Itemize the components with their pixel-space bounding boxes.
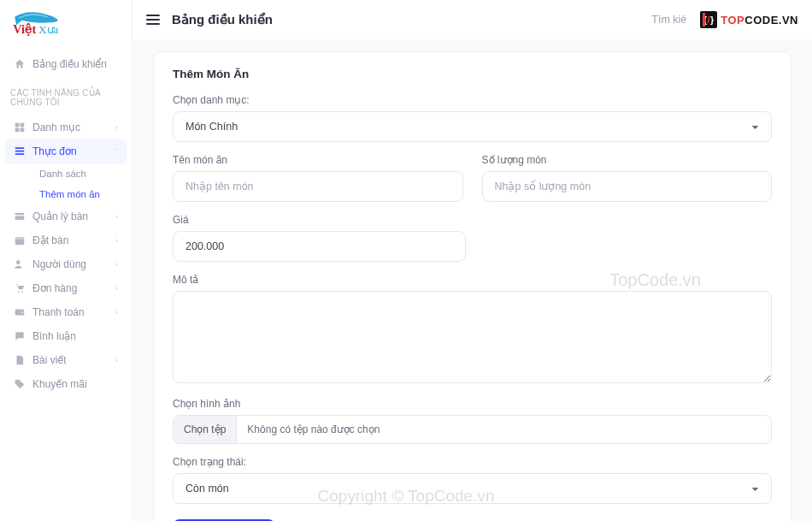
- nav-label: Thực đơn: [32, 145, 77, 157]
- nav-section-label: CÁC TÍNH NĂNG CỦA CHÚNG TÔI: [0, 80, 132, 112]
- topcode-badge: {/} TOPCODE.VN: [700, 11, 798, 28]
- file-empty-text: Không có tệp nào được chọn: [237, 416, 390, 443]
- cart-icon: [14, 282, 26, 294]
- nav-label: Bảng điều khiển: [32, 58, 107, 70]
- price-label: Giá: [173, 214, 466, 226]
- nav-orders[interactable]: Đơn hàng ›: [5, 276, 127, 300]
- chevron-right-icon: ›: [115, 356, 118, 364]
- nav-dashboard[interactable]: Bảng điều khiển: [5, 52, 127, 76]
- menu-list-icon: [14, 145, 26, 157]
- svg-rect-7: [15, 151, 25, 152]
- field-status: Chọn trạng thái: Còn món: [173, 456, 772, 504]
- nav-menu[interactable]: Thực đơn ˇ: [5, 139, 127, 163]
- field-qty: Số lượng món: [482, 154, 773, 202]
- status-label: Chọn trạng thái:: [173, 456, 772, 468]
- nav-menu-add[interactable]: Thêm món ăn: [31, 184, 127, 204]
- image-label: Chọn hình ảnh: [173, 398, 772, 410]
- desc-label: Mô tả: [173, 274, 772, 286]
- nav-label: Quản lý bàn: [32, 210, 88, 222]
- field-desc: Mô tả: [173, 274, 772, 386]
- category-label: Chọn danh mục:: [173, 94, 772, 106]
- nav-menu-sublist: Danh sách Thêm món ăn: [5, 163, 127, 204]
- chevron-right-icon: ›: [115, 308, 118, 317]
- main: Bảng điều khiển Tìm kié {/} TOPCODE.VN T…: [132, 0, 812, 521]
- nav-category[interactable]: Danh mục ›: [5, 115, 127, 139]
- category-select[interactable]: Món Chính: [173, 111, 772, 142]
- nav-label: Bài viết: [32, 354, 67, 366]
- grid-icon: [14, 121, 26, 133]
- content-area: Thêm Món Ăn Chọn danh mục: Món Chính Tên…: [132, 39, 812, 521]
- nav-promo[interactable]: Khuyến mãi: [5, 372, 127, 396]
- search-input[interactable]: Tìm kié: [651, 14, 688, 26]
- nav-label: Khuyến mãi: [32, 378, 87, 390]
- tag-icon: [14, 378, 26, 390]
- svg-rect-8: [15, 153, 25, 155]
- nav-label: Bình luận: [32, 330, 76, 342]
- svg-rect-2: [15, 123, 20, 127]
- nav-label: Danh mục: [32, 121, 80, 133]
- add-dish-card: Thêm Món Ăn Chọn danh mục: Món Chính Tên…: [153, 51, 791, 521]
- qty-input[interactable]: [482, 171, 773, 202]
- svg-point-15: [21, 291, 23, 293]
- nav-label: Người dùng: [32, 258, 86, 270]
- svg-rect-3: [21, 123, 25, 127]
- svg-rect-12: [15, 237, 25, 240]
- status-select[interactable]: Còn món: [173, 473, 772, 504]
- svg-rect-10: [15, 216, 25, 220]
- name-input[interactable]: [173, 171, 463, 202]
- chevron-right-icon: ›: [115, 123, 118, 132]
- comment-icon: [14, 330, 26, 342]
- svg-text:Xưa: Xưa: [38, 23, 58, 36]
- users-icon: [14, 258, 26, 270]
- calendar-icon: [14, 234, 26, 246]
- table-icon: [14, 210, 26, 222]
- chevron-right-icon: ›: [115, 260, 118, 269]
- nav-tables[interactable]: Quản lý bàn ›: [5, 204, 127, 228]
- nav-reservation[interactable]: Đặt bàn ›: [5, 228, 127, 252]
- code-icon: {/}: [700, 11, 717, 28]
- price-input[interactable]: [173, 231, 466, 262]
- svg-point-13: [16, 260, 21, 264]
- nav-menu-list[interactable]: Danh sách: [31, 163, 127, 184]
- sidebar: Việt Xưa Bảng điều khiển CÁC TÍNH NĂNG C…: [0, 0, 132, 521]
- home-icon: [14, 58, 26, 70]
- desc-textarea[interactable]: [173, 291, 772, 383]
- nav-payments[interactable]: Thanh toán ›: [5, 300, 127, 324]
- nav-label: Đơn hàng: [32, 282, 77, 294]
- nav-label: Đặt bàn: [32, 234, 68, 246]
- nav-label: Thanh toán: [32, 306, 85, 318]
- svg-point-17: [21, 311, 23, 313]
- svg-point-14: [18, 291, 20, 293]
- document-icon: [14, 354, 26, 366]
- svg-rect-4: [15, 128, 20, 133]
- svg-text:Việt: Việt: [13, 22, 36, 36]
- field-image: Chọn hình ảnh Chọn tệp Không có tệp nào …: [173, 398, 772, 444]
- chevron-right-icon: ›: [115, 212, 118, 221]
- chevron-right-icon: ›: [115, 236, 118, 245]
- svg-rect-5: [21, 128, 25, 133]
- chevron-down-icon: ˇ: [115, 147, 118, 156]
- nav-posts[interactable]: Bài viết ›: [5, 348, 127, 372]
- nav-users[interactable]: Người dùng ›: [5, 252, 127, 276]
- card-title: Thêm Món Ăn: [173, 68, 772, 80]
- svg-rect-6: [15, 147, 25, 149]
- page-title: Bảng điều khiển: [172, 12, 273, 27]
- qty-label: Số lượng món: [482, 154, 773, 166]
- hamburger-toggle[interactable]: [146, 15, 160, 25]
- field-name: Tên món ăn: [173, 154, 463, 202]
- name-label: Tên món ăn: [173, 154, 463, 166]
- chevron-right-icon: ›: [115, 284, 118, 293]
- file-choose-button[interactable]: Chọn tệp: [174, 416, 237, 443]
- field-price: Giá: [173, 214, 466, 262]
- file-input[interactable]: Chọn tệp Không có tệp nào được chọn: [173, 415, 772, 444]
- topbar: Bảng điều khiển Tìm kié {/} TOPCODE.VN: [132, 0, 812, 39]
- wallet-icon: [14, 306, 26, 318]
- field-category: Chọn danh mục: Món Chính: [173, 94, 772, 142]
- brand-logo[interactable]: Việt Xưa: [0, 7, 132, 49]
- svg-rect-9: [15, 213, 25, 215]
- nav-comments[interactable]: Bình luận: [5, 324, 127, 348]
